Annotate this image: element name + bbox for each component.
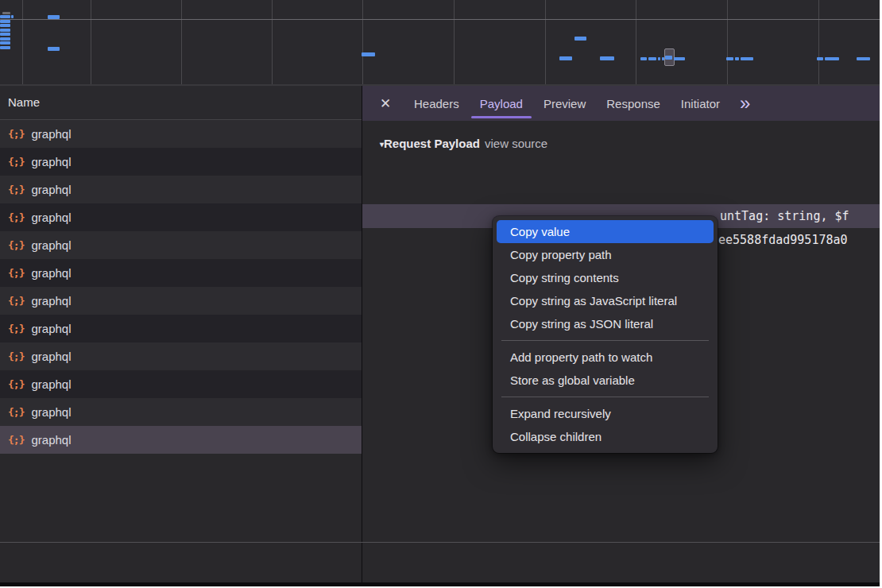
waterfall-bar: [48, 15, 60, 19]
request-row[interactable]: {;}graphql: [0, 287, 362, 315]
request-row[interactable]: {;}graphql: [0, 315, 362, 342]
waterfall-bar: [574, 37, 586, 41]
json-file-icon: {;}: [8, 426, 24, 454]
footer-divider: [0, 542, 880, 543]
devtools-window: Name {;}graphql{;}graphql{;}graphql{;}gr…: [0, 0, 880, 586]
waterfall-bar: [0, 24, 10, 27]
waterfall-bar: [11, 15, 14, 18]
json-file-icon: {;}: [8, 398, 24, 426]
request-name-label: graphql: [31, 259, 71, 287]
json-file-icon: {;}: [8, 259, 24, 287]
request-payload-section-header[interactable]: ▾Request Payload view source: [362, 131, 880, 157]
menu-item-collapse-children[interactable]: Collapse children: [497, 425, 714, 448]
waterfall-bar: [0, 41, 10, 44]
waterfall-bar: [48, 47, 60, 51]
request-row[interactable]: {;}graphql: [0, 370, 362, 398]
json-file-icon: {;}: [8, 315, 24, 342]
request-row[interactable]: {;}graphql: [0, 148, 362, 176]
context-menu: Copy valueCopy property pathCopy string …: [493, 216, 718, 453]
waterfall-bar: [559, 56, 572, 60]
menu-item-copy-string-as-javascript-literal[interactable]: Copy string as JavaScript literal: [497, 289, 714, 312]
request-name-label: graphql: [31, 203, 71, 231]
waterfall-bar: [817, 57, 823, 60]
waterfall-bar: [726, 57, 733, 60]
request-name-label: graphql: [31, 148, 71, 176]
request-row[interactable]: {;}graphql: [0, 203, 362, 231]
tab-headers[interactable]: Headers: [404, 86, 470, 121]
request-row[interactable]: {;}graphql: [0, 426, 362, 454]
view-source-link[interactable]: view source: [485, 131, 547, 157]
request-name-label: graphql: [31, 287, 71, 315]
waterfall-bar: [674, 57, 685, 60]
timeline-gridline: [181, 0, 182, 84]
request-name-label: graphql: [31, 315, 71, 342]
waterfall-bar: [658, 57, 660, 60]
request-row[interactable]: {;}graphql: [0, 231, 362, 259]
menu-item-copy-property-path[interactable]: Copy property path: [497, 243, 714, 266]
menu-item-add-property-path-to-watch[interactable]: Add property path to watch: [497, 346, 714, 369]
json-file-icon: {;}: [8, 370, 24, 398]
request-name-label: graphql: [31, 176, 71, 203]
timeline-gridline: [22, 0, 23, 84]
network-overview-timeline[interactable]: [0, 0, 880, 86]
more-tabs-icon[interactable]: »: [732, 86, 758, 121]
menu-item-copy-string-as-json-literal[interactable]: Copy string as JSON literal: [497, 312, 714, 335]
request-row[interactable]: {;}graphql: [0, 398, 362, 426]
timeline-gridline: [454, 0, 455, 84]
request-row[interactable]: {;}graphql: [0, 120, 362, 148]
tab-payload[interactable]: Payload: [470, 86, 533, 121]
tab-response[interactable]: Response: [596, 86, 671, 121]
waterfall-bar: [0, 20, 10, 23]
waterfall-bar: [2, 12, 10, 14]
json-file-icon: {;}: [8, 120, 24, 148]
waterfall-bar: [741, 57, 753, 60]
details-tab-bar: ✕ HeadersPayloadPreviewResponseInitiator…: [362, 86, 880, 121]
section-title: Request Payload: [384, 137, 480, 150]
menu-item-copy-string-contents[interactable]: Copy string contents: [497, 266, 714, 289]
menu-divider: [501, 397, 709, 397]
waterfall-bar: [0, 15, 10, 18]
tab-preview[interactable]: Preview: [533, 86, 596, 121]
request-name-label: graphql: [31, 398, 71, 426]
waterfall-bar: [640, 57, 647, 60]
waterfall-bar: [648, 57, 656, 60]
timeline-gridline: [272, 0, 273, 84]
waterfall-bar: [0, 29, 10, 32]
json-value-continued: ee5588fdad995178a0: [718, 228, 848, 252]
request-list-panel: Name {;}graphql{;}graphql{;}graphql{;}gr…: [0, 86, 362, 582]
window-bottom-edge: [0, 582, 880, 586]
waterfall-bar: [362, 52, 375, 56]
menu-item-store-as-global-variable[interactable]: Store as global variable: [497, 369, 714, 392]
waterfall-bar: [662, 57, 664, 60]
timeline-gridline: [636, 0, 636, 84]
request-row[interactable]: {;}graphql: [0, 176, 362, 203]
tab-initiator[interactable]: Initiator: [671, 86, 730, 121]
menu-item-copy-value[interactable]: Copy value: [497, 220, 714, 243]
json-file-icon: {;}: [8, 287, 24, 315]
waterfall-bar: [857, 57, 870, 60]
devtools-screenshot: Name {;}graphql{;}graphql{;}graphql{;}gr…: [0, 0, 882, 588]
name-column-label: Name: [8, 95, 40, 109]
waterfall-bar: [665, 56, 672, 60]
json-file-icon: {;}: [8, 176, 24, 203]
waterfall-bar: [825, 57, 839, 60]
menu-item-expand-recursively[interactable]: Expand recursively: [497, 402, 714, 425]
name-column-header[interactable]: Name: [0, 86, 362, 120]
json-file-icon: {;}: [8, 342, 24, 370]
waterfall-bar: [0, 33, 10, 36]
timeline-gridline: [818, 0, 819, 84]
request-name-label: graphql: [31, 342, 71, 370]
waterfall-bar: [600, 56, 614, 60]
close-icon[interactable]: ✕: [373, 86, 397, 121]
timeline-gridline: [362, 0, 363, 84]
json-row-operation-name[interactable]: operationName: "ipFlowTimeseries": [362, 180, 880, 204]
request-row[interactable]: {;}graphql: [0, 342, 362, 370]
json-file-icon: {;}: [8, 231, 24, 259]
request-row[interactable]: {;}graphql: [0, 259, 362, 287]
timeline-gridline: [545, 0, 546, 84]
request-list: {;}graphql{;}graphql{;}graphql{;}graphql…: [0, 120, 362, 454]
json-root-row[interactable]: ▼{operationName: "ipFlowTimeseries", var…: [362, 157, 880, 180]
request-name-label: graphql: [31, 231, 71, 259]
request-name-label: graphql: [31, 120, 71, 148]
timeline-gridline: [727, 0, 728, 84]
